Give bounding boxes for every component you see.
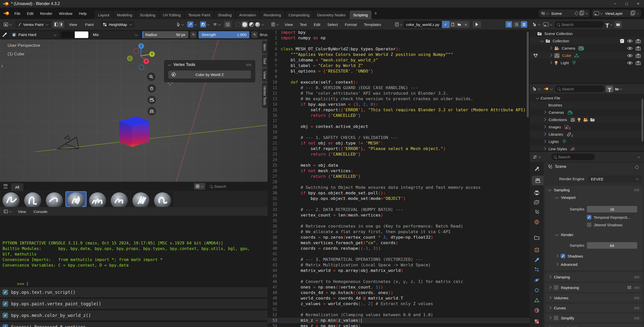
text-menu-format[interactable]: Format [342,22,360,27]
asset-shelf-menu-icon[interactable] [4,184,8,188]
blendfile-row-line-styles[interactable]: Line Styles [530,145,644,152]
blendfile-item-label[interactable]: Line Styles [549,147,567,151]
viewport-menu-view[interactable]: View [66,22,80,27]
text-editor-type-button[interactable] [270,21,281,28]
shadows-label[interactable]: Shadows [567,254,583,258]
outliner-row-camera[interactable]: Camera [530,45,644,52]
select-tool-button[interactable] [176,22,184,27]
new-collection-button[interactable] [614,21,622,28]
expand-chevron[interactable] [543,147,546,150]
tab-texture[interactable] [531,317,542,326]
shadows-expand-chevron[interactable] [555,254,558,258]
code-line[interactable]: 29 # Switching to Object Mode ensures da… [268,185,530,190]
expand-chevron[interactable] [543,140,546,143]
info-log-row[interactable]: ✓bpy.ops.text.run_script() [0,287,268,297]
proportional-editing-toggle[interactable] [200,21,210,27]
tab-modifiers[interactable] [531,255,542,265]
brush-asset-7[interactable] [130,191,151,207]
shading-solid-button[interactable] [242,21,248,28]
zoom-button[interactable] [147,72,156,81]
hide-eye-icon[interactable] [627,46,633,50]
outliner-item-label[interactable]: Collection [553,39,569,43]
code-line[interactable]: 24 [268,157,530,163]
blendfile-row-brushes[interactable]: Brushes [530,101,644,109]
code-line[interactable]: 49 world_coords = coords_4d @ matrix_wor… [268,296,530,301]
unlink-scene-icon[interactable]: × [585,11,589,16]
brush-asset-1[interactable] [1,191,22,207]
blendfile-item-label[interactable]: Collections [549,118,567,122]
workspace-tab-rendering[interactable]: Rendering [260,11,284,19]
code-line[interactable]: 39 mesh.vertices.foreach_get("co", coord… [268,240,530,246]
outliner-item-label[interactable]: Cube [562,53,571,58]
toolbar-expand-chevron[interactable] [0,64,3,68]
info-log-row[interactable]: ✓bpy.ops.paint.vertex_paint_toggle() [0,299,268,309]
code-line[interactable]: 40 coords = coords.reshape((-1, 3)) [268,246,530,251]
tab-world[interactable] [531,217,542,227]
code-line[interactable]: 11 # --- 0. VERSION GUARD (EDGE CASE HAN… [268,85,530,91]
code-line[interactable]: 27 return {'CANCELLED'} [268,174,530,179]
maximize-button[interactable]: □ [621,2,632,6]
tab-particles[interactable] [531,265,542,274]
workspace-tab-texture-paint[interactable]: Texture Paint [185,11,214,19]
viewlayer-browse-icon[interactable] [593,11,603,15]
advanced-expand-chevron[interactable] [555,263,558,266]
expand-chevron[interactable] [549,61,552,64]
properties-search-input[interactable]: Search [551,154,595,160]
gizmo-z-axis[interactable]: Z [138,43,144,49]
simplify-checkbox[interactable] [554,316,558,320]
tab-tool[interactable] [531,164,542,174]
render-subpanel-title[interactable]: Render [561,233,573,237]
paint-mask-toggles[interactable] [53,21,64,28]
code-line[interactable]: 52 # Normalization (Clamping values betw… [268,312,530,318]
blendfile-filter-button[interactable] [606,86,613,92]
tab-collection[interactable] [531,233,542,242]
code-line[interactable]: 42 # --- 3. MATHEMATICAL OPERATIONS (VEC… [268,257,530,262]
blendfile-row-libraries[interactable]: Libraries2 [530,131,644,138]
expand-chevron[interactable] [536,96,539,99]
tab-scene[interactable] [531,207,542,217]
render-collapse-chevron[interactable] [555,233,558,236]
brush-asset-8[interactable] [152,191,173,207]
panel-drag-dots[interactable] [634,189,639,191]
syntax-highlight-toggle[interactable] [521,21,527,28]
code-line[interactable]: 18 obj = context.active_object [268,124,530,129]
viewport-menu-paint[interactable]: Paint [82,22,97,27]
minimize-button[interactable]: − [609,2,621,6]
gizmo-y-axis[interactable]: Y [149,51,155,57]
blendfile-row-current-file[interactable]: Current File [530,94,644,102]
visibility-dropdown[interactable] [213,23,221,26]
menu-help[interactable]: Help [76,11,90,16]
jittered-shadows-checkbox[interactable] [587,223,591,227]
new-text-icon[interactable] [449,21,456,28]
panel-drag-dots[interactable] [246,64,251,66]
code-line[interactable]: 48 coords_4d = np.hstack((coords, ones)) [268,290,530,296]
code-line[interactable]: 10 def execute(self, context): [268,80,530,85]
outliner-item-label[interactable]: Scene Collection [544,31,573,36]
raytracing-panel[interactable]: Raytracing [545,283,642,292]
render-samples-field[interactable]: 64 [587,242,637,249]
tab-output[interactable] [531,188,542,198]
pin-id-icon[interactable] [635,165,639,169]
code-line[interactable]: 43 # Matrix Multiplication (Local Space … [268,262,530,268]
code-line[interactable]: 5 """Applies Vertex Colors based on Worl… [268,52,530,57]
code-line[interactable]: 41 [268,251,530,257]
brush-dropdown[interactable]: Paint Hard [9,31,59,38]
line-numbers-toggle[interactable] [506,21,512,28]
code-line[interactable]: 12 # The 'color_attributes' API was intr… [268,91,530,96]
workspace-tab-geometry-nodes[interactable]: Geometry Nodes [314,11,349,19]
shadows-checkbox[interactable] [561,254,565,258]
viewport-subpanel-title[interactable]: Viewport [561,195,576,200]
code-line[interactable]: 8 bl_options = {'REGISTER', 'UNDO'} [268,68,530,74]
viewport-samples-field[interactable]: 16 [587,206,637,212]
code-line[interactable]: 46 # Convert to Homogeneous Coordinates … [268,279,530,284]
outliner-row-scene-collection[interactable]: Scene Collection [530,30,644,37]
code-line[interactable]: 54 max_z = np.max(z_values) [268,323,530,327]
breadcrumb-scene[interactable]: Scene [555,164,566,169]
properties-options-chevron[interactable] [637,155,640,158]
strength-slider[interactable]: Strength 1.000 [199,31,249,38]
run-script-button[interactable] [473,21,481,28]
disable-render-icon[interactable] [635,46,641,51]
menu-edit[interactable]: Edit [24,11,37,16]
code-line[interactable]: 28 [268,179,530,185]
outliner-search-input[interactable]: Search [554,21,604,28]
